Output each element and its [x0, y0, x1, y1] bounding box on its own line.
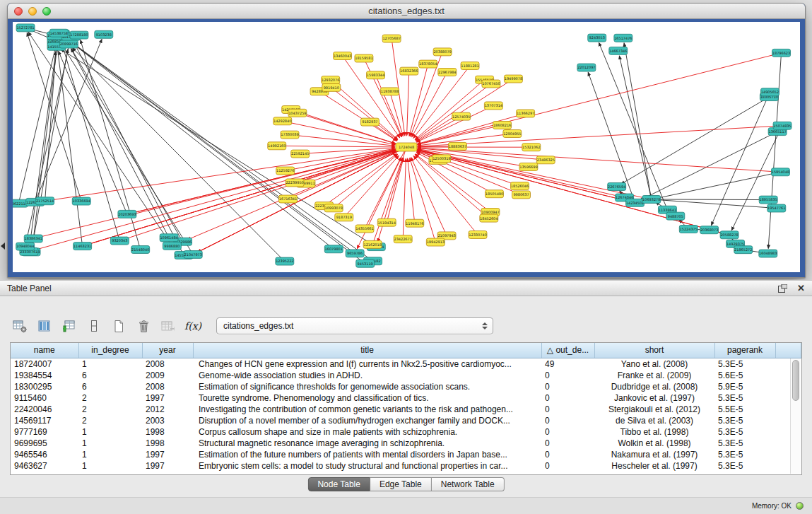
- graph-edge-reference[interactable]: [657, 172, 781, 198]
- graph-node-reference[interactable]: 9980637: [512, 191, 531, 199]
- column-header-title[interactable]: title: [193, 343, 541, 358]
- graph-edge-reference[interactable]: [731, 126, 782, 230]
- graph-node-citation[interactable]: 21548040: [131, 246, 150, 254]
- graph-node-citation[interactable]: 18386341: [24, 235, 42, 243]
- table-options-icon[interactable]: [11, 317, 28, 334]
- graph-edge-citation[interactable]: [38, 147, 406, 238]
- graph-node-citation[interactable]: 15954048: [771, 168, 789, 176]
- cell-in_degree[interactable]: 2: [78, 415, 142, 426]
- graph-edge-reference[interactable]: [57, 46, 83, 246]
- graph-node-reference[interactable]: 12500319: [433, 155, 451, 163]
- graph-edge-citation[interactable]: [387, 158, 404, 222]
- cell-name[interactable]: 18724007: [11, 358, 78, 370]
- graph-node-reference[interactable]: 10993078: [324, 204, 343, 212]
- graph-node-reference[interactable]: 11259276: [276, 167, 295, 175]
- row-view-icon[interactable]: [86, 317, 102, 334]
- graph-node-reference[interactable]: 9182937: [360, 118, 379, 126]
- cell-short[interactable]: Stergiakouli et al. (2012): [594, 404, 714, 415]
- graph-node-reference[interactable]: 16832366: [400, 67, 418, 75]
- graph-node-citation[interactable]: 12395222: [276, 257, 294, 265]
- cell-title[interactable]: Estimation of significance thresholds fo…: [193, 381, 541, 392]
- graph-node-citation[interactable]: 18796623: [772, 49, 791, 57]
- import-table-icon[interactable]: [160, 317, 177, 334]
- graph-node-reference[interactable]: 23422671: [394, 235, 412, 243]
- create-column-icon[interactable]: [61, 317, 78, 334]
- cell-short[interactable]: Dudbridge et al. (2008): [594, 381, 714, 392]
- table-row[interactable]: 911546021997Tourette syndrome. Phenomeno…: [11, 392, 801, 404]
- cell-out_degree[interactable]: 0: [541, 381, 594, 392]
- graph-node-reference[interactable]: 23486325: [536, 156, 555, 164]
- graph-node-reference[interactable]: 14992160: [268, 142, 286, 150]
- graph-node-reference[interactable]: 22592145: [291, 150, 310, 158]
- cell-short[interactable]: Wolkin et al. (1998): [594, 438, 714, 449]
- graph-node-citation[interactable]: 20203693: [118, 210, 136, 218]
- scrollbar-thumb[interactable]: [792, 360, 799, 401]
- graph-node-reference[interactable]: 19499078: [504, 75, 522, 83]
- column-header-in_degree[interactable]: in_degree: [78, 343, 142, 358]
- graph-node-reference[interactable]: 18526046: [511, 182, 529, 190]
- cell-in_degree[interactable]: 1: [78, 438, 142, 449]
- graph-node-citation[interactable]: 11463231: [73, 243, 92, 250]
- graph-node-reference[interactable]: 14355661: [355, 225, 374, 233]
- cell-title[interactable]: Disruption of a novel member of a sodium…: [193, 415, 541, 426]
- graph-node-reference[interactable]: 19942913: [426, 238, 445, 246]
- cell-in_degree[interactable]: 1: [78, 460, 142, 472]
- graph-node-citation[interactable]: 20368073: [700, 226, 719, 234]
- graph-node-reference[interactable]: 18159581: [355, 54, 373, 62]
- vertical-scrollbar[interactable]: [790, 358, 801, 474]
- graph-edge-reference[interactable]: [31, 49, 68, 252]
- cell-out_degree[interactable]: 0: [541, 449, 594, 460]
- tab-edge-table[interactable]: Edge Table: [370, 477, 432, 491]
- cell-year[interactable]: 1997: [142, 460, 193, 472]
- graph-edge-citation[interactable]: [407, 71, 409, 136]
- table-row[interactable]: 977716911998Corpus callosum shape and si…: [11, 426, 801, 438]
- table-row[interactable]: 946554611997Estimation of the future num…: [11, 449, 801, 460]
- graph-node-reference[interactable]: 15194314: [377, 218, 396, 226]
- graph-edge-reference[interactable]: [35, 39, 102, 202]
- graph-node-citation[interactable]: 9320343: [110, 237, 129, 245]
- cell-name[interactable]: 22420046: [11, 404, 78, 415]
- graph-edge-reference[interactable]: [25, 42, 70, 247]
- float-panel-icon[interactable]: [778, 284, 787, 293]
- graph-node-reference[interactable]: 12904955: [503, 130, 522, 138]
- cell-out_degree[interactable]: 0: [541, 460, 594, 472]
- graph-node-citation[interactable]: 9103238: [95, 30, 113, 38]
- graph-node-citation[interactable]: 16079801: [324, 245, 343, 253]
- function-builder-icon[interactable]: f(x): [184, 317, 201, 334]
- graph-node-citation[interactable]: 20899716: [59, 40, 78, 48]
- graph-edge-reference[interactable]: [657, 199, 768, 200]
- graph-node-reference[interactable]: 15321062: [522, 144, 541, 151]
- graph-node-reference[interactable]: 13707314: [484, 102, 502, 110]
- graph-node-citation[interactable]: 10961484: [160, 234, 178, 242]
- graph-node-reference[interactable]: 12162018: [363, 240, 382, 248]
- graph-node-reference[interactable]: 20388079: [433, 48, 452, 56]
- graph-node-reference[interactable]: 22967984: [438, 69, 457, 76]
- cell-out_degree[interactable]: 0: [541, 415, 594, 426]
- graph-edge-citation[interactable]: [415, 154, 489, 218]
- graph-node-citation[interactable]: 19547761: [767, 204, 786, 212]
- close-panel-icon[interactable]: ✕: [797, 283, 805, 293]
- graph-node-reference[interactable]: 15983344: [367, 71, 385, 79]
- graph-node-citation[interactable]: 14905652: [760, 88, 779, 96]
- cell-short[interactable]: de Silva et al. (2003): [594, 415, 714, 426]
- graph-edge-reference[interactable]: [64, 37, 334, 249]
- graph-edge-citation[interactable]: [418, 125, 502, 144]
- graph-node-reference[interactable]: 18505490: [485, 190, 503, 198]
- graph-node-reference[interactable]: 14292840: [273, 117, 292, 125]
- cell-name[interactable]: 9463627: [11, 460, 78, 472]
- graph-edge-reference[interactable]: [640, 132, 777, 201]
- graph-hub-node[interactable]: 1724048: [396, 143, 417, 151]
- cell-pagerank[interactable]: 5.3E-5: [714, 392, 775, 404]
- graph-edge-citation[interactable]: [298, 113, 396, 144]
- cell-title[interactable]: Investigating the contribution of common…: [193, 404, 541, 415]
- graph-node-citation[interactable]: 10693278: [642, 196, 661, 204]
- graph-node-reference[interactable]: 10437259: [288, 109, 307, 117]
- graph-node-citation[interactable]: 18955835: [759, 196, 777, 204]
- cell-title[interactable]: Changes of HCN gene expression and I(f) …: [193, 358, 541, 370]
- cell-out_degree[interactable]: 0: [541, 392, 594, 404]
- graph-edge-reference[interactable]: [29, 52, 56, 252]
- graph-edge-citation[interactable]: [319, 91, 397, 141]
- column-header-out_degree[interactable]: △ out_de...: [541, 343, 594, 358]
- cell-short[interactable]: Tibbo et al. (1998): [594, 426, 714, 438]
- graph-node-reference[interactable]: 18378054: [419, 60, 437, 68]
